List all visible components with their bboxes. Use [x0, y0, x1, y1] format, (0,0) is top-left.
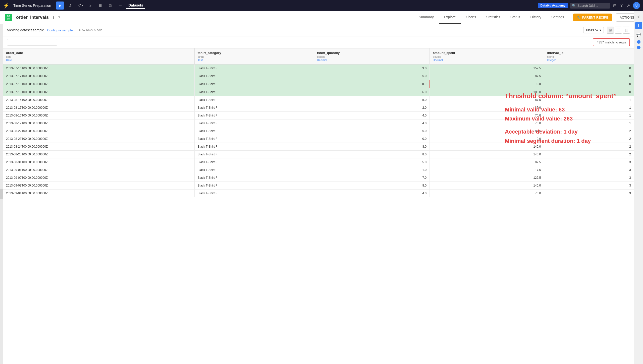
table-cell: 3 [544, 174, 634, 182]
table-cell: 8.0 [314, 151, 430, 158]
table-cell: 87.5 [430, 158, 544, 166]
annotation-threshold: Threshold column: “amount_spent” [505, 92, 625, 100]
grid-view-icon[interactable]: ⊞ [607, 27, 614, 34]
sidebar-info-icon[interactable]: ℹ [635, 24, 642, 29]
table-cell: 3 [544, 182, 634, 190]
table-cell: 2013-08-15T00:00:00.000000Z [3, 104, 194, 112]
rows-info: 4357 rows, 5 cols [79, 28, 102, 32]
tab-status[interactable]: Status [505, 11, 525, 24]
tab-settings[interactable]: Settings [546, 11, 569, 24]
table-cell: 2013-08-24T00:00:00.000000Z [3, 143, 194, 151]
col-header-interval-id[interactable]: interval_id string Integer [544, 48, 634, 64]
help-small-icon[interactable]: ? [58, 16, 60, 20]
search-placeholder: Search DSS... [577, 4, 598, 8]
grid-icon[interactable]: ⊞ [612, 2, 617, 9]
datasets-button[interactable]: Datasets [126, 2, 145, 9]
annotation-min-valid: Minimal valid value: 63 [505, 106, 625, 113]
metrics-icon[interactable]: ↗ [626, 2, 631, 9]
dataset-name: order_intervals [16, 15, 49, 20]
table-cell: Black T-Shirt F [194, 158, 314, 166]
table-row: 2013-08-31T00:00:00.000000ZBlack T-Shirt… [3, 158, 634, 166]
project-title: Time Series Preparation [13, 4, 51, 8]
search-box[interactable]: 🔍 Search DSS... [570, 3, 610, 9]
col-header-tshirt-category[interactable]: tshirt_category string Text [194, 48, 314, 64]
search-input[interactable] [7, 39, 57, 46]
left-sidebar [0, 24, 3, 364]
col-header-order-date[interactable]: order_date date Date [3, 48, 194, 64]
second-navigation: GDPR order_intervals ℹ ? Summary Explore… [0, 11, 643, 24]
tab-summary[interactable]: Summary [414, 11, 439, 24]
sidebar-circle2-icon[interactable] [637, 46, 640, 49]
help-icon[interactable]: ? [619, 2, 624, 9]
table-cell: 2013-09-02T00:00:00.000000Z [3, 174, 194, 182]
annotation-max-valid: Maximum valid value: 263 [505, 115, 625, 123]
col-header-tshirt-quantity[interactable]: tshirt_quantity double Decimal [314, 48, 430, 64]
table-row: 2013-07-17T00:00:00.000000ZBlack T-Shirt… [3, 72, 634, 80]
table-cell: Black T-Shirt F [194, 96, 314, 104]
app-logo: ⚡ [3, 3, 9, 9]
table-cell: 2.0 [314, 104, 430, 112]
table-cell: Black T-Shirt F [194, 182, 314, 190]
table-cell: 5.0 [314, 72, 430, 80]
table-cell: 9.0 [314, 64, 430, 72]
dataset-icon: GDPR [5, 14, 12, 21]
table-cell: 6.0 [314, 88, 430, 96]
avatar[interactable]: U [633, 2, 640, 9]
table-cell: 4.0 [314, 119, 430, 127]
table-cell: Black T-Shirt F [194, 119, 314, 127]
table-cell: 0 [544, 72, 634, 80]
table-cell: Black T-Shirt F [194, 127, 314, 135]
flow-icon[interactable]: ▶ [56, 2, 64, 10]
code-icon[interactable]: </> [76, 2, 84, 10]
table-cell: 8.0 [314, 143, 430, 151]
table-cell: 0 [544, 64, 634, 72]
dataset-panel: Viewing dataset sample Configure sample … [3, 24, 634, 364]
table-cell: Black T-Shirt F [194, 112, 314, 119]
table-cell: Black T-Shirt F [194, 135, 314, 143]
deploy-icon[interactable]: ☰ [96, 2, 104, 10]
table-cell: 5.0 [314, 127, 430, 135]
table-cell: 5.0 [314, 158, 430, 166]
tab-navigation: Summary Explore Charts Statistics Status… [414, 11, 569, 24]
table-row: 2013-09-01T00:00:00.000000ZBlack T-Shirt… [3, 166, 634, 174]
col-header-amount-spent[interactable]: amount_spent double Decimal [430, 48, 544, 64]
prepare-icon[interactable]: ↺ [66, 2, 74, 10]
viewing-label: Viewing dataset sample [7, 28, 44, 32]
search-wrapper: 🔍 [7, 39, 57, 46]
dataiku-badge: Dataiku Academy [538, 3, 568, 8]
table-row: 2013-09-03T00:00:00.000000ZBlack T-Shirt… [3, 182, 634, 190]
sidebar-circle1-icon[interactable] [637, 40, 640, 44]
table-cell: 3 [544, 158, 634, 166]
tab-statistics[interactable]: Statistics [481, 11, 505, 24]
right-sidebar: ◁ ℹ 💬 [634, 24, 643, 364]
table-cell: 2013-08-25T00:00:00.000000Z [3, 151, 194, 158]
more-icon[interactable]: ··· [116, 2, 124, 10]
table-cell: 157.5 [430, 64, 544, 72]
tab-history[interactable]: History [525, 11, 547, 24]
run-icon[interactable]: ▷ [86, 2, 94, 10]
recipe-icon: 🔧 [577, 16, 581, 19]
display-button[interactable]: DISPLAY ▾ [583, 27, 604, 33]
table-cell: 87.5 [430, 72, 544, 80]
table-row: 2013-09-02T00:00:00.000000ZBlack T-Shirt… [3, 174, 634, 182]
list-view-icon[interactable]: ☰ [615, 27, 622, 34]
chart-view-icon[interactable]: ▤ [623, 27, 630, 34]
table-cell: Black T-Shirt F [194, 64, 314, 72]
info-icon[interactable]: ℹ [53, 16, 54, 20]
tab-charts[interactable]: Charts [461, 11, 481, 24]
table-cell: 2013-08-23T00:00:00.000000Z [3, 135, 194, 143]
configure-sample-link[interactable]: Configure sample [47, 28, 73, 32]
tab-explore[interactable]: Explore [439, 11, 461, 24]
sidebar-chat-icon[interactable]: 💬 [635, 31, 642, 38]
table-cell: 122.5 [430, 174, 544, 182]
table-cell: 2013-08-22T00:00:00.000000Z [3, 127, 194, 135]
annotation-segment: Minimal segment duration: 1 day [505, 138, 625, 145]
table-cell: 1.0 [314, 166, 430, 174]
table-cell: Black T-Shirt F [194, 151, 314, 158]
widget-icon[interactable]: ⊡ [106, 2, 114, 10]
table-row: 2013-09-04T00:00:00.000000ZBlack T-Shirt… [3, 190, 634, 197]
annotation-deviation: Acceptable deviation: 1 day [505, 128, 625, 136]
table-cell: 70.0 [430, 190, 544, 197]
annotation-panel: Threshold column: “amount_spent” Minimal… [500, 87, 630, 152]
parent-recipe-button[interactable]: 🔧 PARENT RECIPE [573, 14, 612, 21]
